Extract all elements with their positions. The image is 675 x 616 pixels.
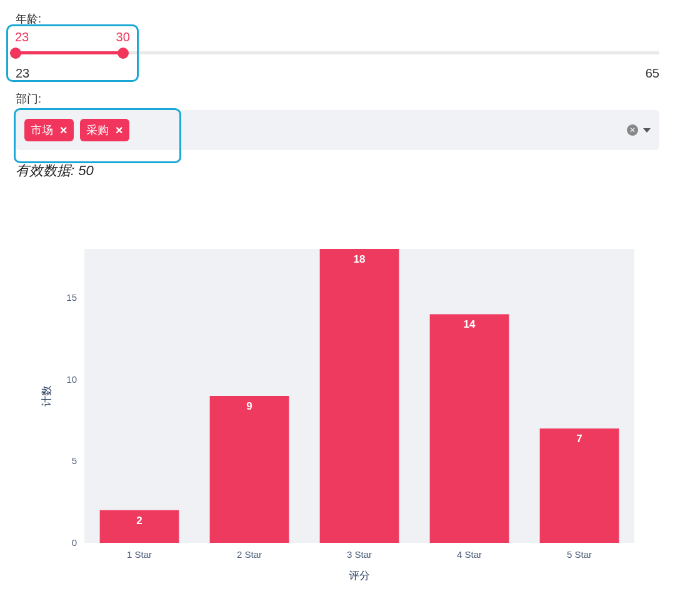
bar-3-star[interactable]	[320, 249, 399, 543]
bar-4-star[interactable]	[430, 314, 509, 543]
age-range-slider[interactable]: 23 30 23 65	[16, 29, 659, 73]
x-tick-label: 4 Star	[457, 549, 482, 560]
bar-label: 14	[464, 318, 476, 330]
bar-2-star[interactable]	[210, 396, 289, 543]
valid-count-line: 有效数据: 50	[16, 161, 659, 180]
clear-all-icon[interactable]: ✕	[627, 124, 638, 136]
slider-lo-value: 23	[15, 30, 29, 44]
bar-label: 7	[576, 433, 582, 445]
tag-label: 采购	[86, 123, 109, 138]
dept-label: 部门:	[16, 91, 659, 106]
slider-hi-handle[interactable]	[118, 48, 129, 59]
svg-text:5: 5	[72, 455, 77, 466]
slider-lo-handle[interactable]	[10, 48, 21, 59]
tag-label: 市场	[31, 123, 53, 138]
slider-fill	[16, 51, 123, 54]
age-label: 年龄:	[16, 11, 659, 26]
rating-bar-chart: 05101521 Star92 Star183 Star144 Star75 S…	[16, 236, 659, 589]
slider-min-label: 23	[16, 66, 29, 81]
x-tick-label: 1 Star	[127, 549, 152, 560]
chevron-down-icon[interactable]	[643, 128, 651, 133]
y-axis-title: 计数	[41, 385, 52, 406]
x-tick-label: 3 Star	[347, 549, 372, 560]
x-axis-title: 评分	[349, 570, 370, 582]
tag-market[interactable]: 市场 ✕	[24, 119, 74, 141]
x-tick-label: 5 Star	[567, 549, 592, 560]
x-tick-label: 2 Star	[237, 549, 262, 560]
tag-purchasing[interactable]: 采购 ✕	[80, 119, 129, 141]
svg-text:10: 10	[66, 374, 77, 385]
slider-max-label: 65	[646, 66, 659, 81]
bar-5-star[interactable]	[540, 428, 619, 543]
svg-text:0: 0	[72, 537, 77, 548]
close-icon[interactable]: ✕	[115, 124, 123, 136]
bar-label: 2	[136, 515, 142, 527]
close-icon[interactable]: ✕	[59, 124, 68, 136]
slider-hi-value: 30	[116, 30, 130, 44]
bar-label: 9	[246, 400, 252, 412]
dept-multiselect[interactable]: 市场 ✕ 采购 ✕ ✕	[16, 110, 659, 150]
svg-text:15: 15	[66, 292, 77, 303]
bar-label: 18	[354, 253, 366, 265]
